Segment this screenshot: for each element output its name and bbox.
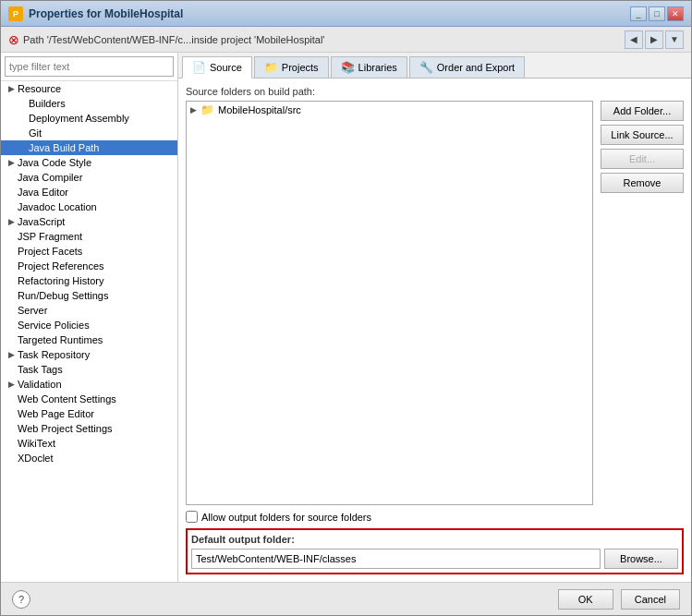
sidebar-item-label: Deployment Assembly — [29, 113, 129, 124]
section-label: Source folders on build path: — [186, 86, 684, 97]
sidebar-item-server[interactable]: Server — [1, 303, 177, 318]
sidebar-item-label: Web Page Editor — [18, 408, 94, 419]
sidebar-item-label: Task Tags — [18, 364, 63, 375]
tab-projects[interactable]: 📁Projects — [254, 56, 329, 78]
sidebar-item-run/debug-settings[interactable]: Run/Debug Settings — [1, 288, 177, 303]
sidebar-item-label: Project Facets — [18, 246, 82, 257]
title-bar-buttons: _ □ ✕ — [630, 6, 684, 21]
source-tree-panel: ▶ 📁 MobileHospital/src — [186, 101, 593, 505]
sidebar-item-java-editor[interactable]: Java Editor — [1, 185, 177, 199]
sidebar-item-deployment-assembly[interactable]: Deployment Assembly — [1, 111, 177, 126]
sidebar-item-project-references[interactable]: Project References — [1, 259, 177, 273]
sidebar-item-task-repository[interactable]: ▶Task Repository — [1, 347, 177, 362]
tab-libraries[interactable]: 📚Libraries — [331, 56, 407, 78]
sidebar-item-label: Git — [29, 127, 42, 139]
close-button[interactable]: ✕ — [667, 6, 684, 21]
sidebar-item-label: Java Build Path — [29, 142, 99, 153]
tab-source[interactable]: 📄Source — [182, 56, 252, 79]
sidebar-item-web-page-editor[interactable]: Web Page Editor — [1, 406, 177, 421]
sidebar-item-xdoclet[interactable]: XDoclet — [1, 451, 177, 465]
footer: ? OK Cancel — [1, 582, 691, 615]
help-button[interactable]: ? — [12, 590, 30, 609]
sidebar-item-project-facets[interactable]: Project Facets — [1, 244, 177, 259]
tab-label: Order and Export — [437, 62, 515, 73]
sidebar-item-label: WikiText — [18, 438, 55, 449]
tabs-bar: 📄Source📁Projects📚Libraries🔧Order and Exp… — [178, 53, 691, 79]
window-title: Properties for MobileHospital — [29, 7, 630, 20]
sidebar-item-web-project-settings[interactable]: Web Project Settings — [1, 421, 177, 436]
nav-buttons: ◀ ▶ ▼ — [625, 30, 684, 49]
sidebar-item-resource[interactable]: ▶Resource — [1, 81, 177, 96]
tree-arrow-icon: ▶ — [8, 217, 18, 226]
output-folder-input[interactable] — [191, 549, 601, 569]
sidebar-item-web-content-settings[interactable]: Web Content Settings — [1, 392, 177, 406]
sidebar-item-label: Task Repository — [18, 349, 90, 360]
filter-input[interactable] — [5, 56, 174, 77]
forward-button[interactable]: ▶ — [645, 30, 663, 49]
allow-output-checkbox[interactable] — [186, 511, 198, 523]
sidebar-item-task-tags[interactable]: Task Tags — [1, 362, 177, 377]
sidebar-item-label: Project References — [18, 260, 104, 272]
back-button[interactable]: ◀ — [625, 30, 643, 49]
error-icon: ⊗ — [8, 32, 19, 47]
tree-arrow-icon: ▶ — [8, 380, 18, 389]
output-folder-section: Default output folder: Browse... — [186, 528, 684, 574]
browse-button[interactable]: Browse... — [604, 549, 678, 569]
link-source-button[interactable]: Link Source... — [601, 125, 684, 145]
tab-label: Projects — [282, 62, 319, 73]
filter-box — [1, 53, 177, 81]
minimize-button[interactable]: _ — [630, 6, 647, 21]
sidebar-item-targeted-runtimes[interactable]: Targeted Runtimes — [1, 332, 177, 347]
sidebar-item-javadoc-location[interactable]: Javadoc Location — [1, 199, 177, 214]
folder-icon: 📁 — [200, 103, 214, 116]
tab-label: Source — [210, 62, 242, 73]
sidebar-item-label: Javadoc Location — [18, 201, 97, 212]
sidebar-item-label: Targeted Runtimes — [18, 334, 103, 345]
right-panel: 📄Source📁Projects📚Libraries🔧Order and Exp… — [178, 53, 691, 582]
edit-button[interactable]: Edit... — [601, 149, 684, 169]
tree-arrow-icon: ▶ — [8, 350, 18, 359]
tab-icon: 📄 — [192, 61, 206, 74]
path-text: Path '/Test/WebContent/WEB-INF/c...insid… — [23, 34, 621, 45]
sidebar-item-label: Web Content Settings — [18, 393, 116, 405]
sidebar-item-label: Builders — [29, 98, 66, 109]
dropdown-button[interactable]: ▼ — [665, 30, 684, 49]
bottom-section: Allow output folders for source folders … — [186, 511, 684, 574]
footer-left: ? — [12, 590, 551, 609]
allow-output-label: Allow output folders for source folders — [201, 512, 371, 523]
sidebar-item-label: Java Compiler — [18, 172, 82, 183]
source-folder-label: MobileHospital/src — [218, 104, 301, 115]
title-bar: P Properties for MobileHospital _ □ ✕ — [1, 1, 691, 27]
sidebar-item-git[interactable]: Git — [1, 126, 177, 140]
maximize-button[interactable]: □ — [649, 6, 665, 21]
sidebar-item-java-code-style[interactable]: ▶Java Code Style — [1, 155, 177, 170]
buttons-panel: Add Folder... Link Source... Edit... Rem… — [601, 101, 684, 505]
tree-arrow-icon: ▶ — [8, 84, 18, 93]
sidebar-item-java-compiler[interactable]: Java Compiler — [1, 170, 177, 185]
source-folders-area: ▶ 📁 MobileHospital/src Add Folder... Lin… — [186, 101, 684, 505]
add-folder-button[interactable]: Add Folder... — [601, 101, 684, 121]
sidebar-item-label: Resource — [18, 83, 61, 94]
cancel-button[interactable]: Cancel — [621, 589, 680, 610]
sidebar-item-wikitext[interactable]: WikiText — [1, 436, 177, 451]
sidebar-item-builders[interactable]: Builders — [1, 96, 177, 111]
main-window: P Properties for MobileHospital _ □ ✕ ⊗ … — [0, 0, 692, 616]
sidebar-item-jsp-fragment[interactable]: JSP Fragment — [1, 229, 177, 244]
tab-order-and-export[interactable]: 🔧Order and Export — [409, 56, 525, 78]
tab-icon: 📁 — [264, 61, 278, 74]
sidebar-item-java-build-path[interactable]: Java Build Path — [1, 140, 177, 155]
tab-label: Libraries — [358, 62, 397, 73]
output-folder-row: Browse... — [191, 549, 678, 569]
tab-icon: 📚 — [341, 61, 355, 74]
ok-button[interactable]: OK — [558, 589, 613, 610]
source-tree-entry: ▶ 📁 MobileHospital/src — [187, 102, 592, 118]
remove-button[interactable]: Remove — [601, 173, 684, 193]
sidebar-item-label: Java Editor — [18, 187, 68, 198]
sidebar-item-validation[interactable]: ▶Validation — [1, 377, 177, 392]
sidebar-item-refactoring-history[interactable]: Refactoring History — [1, 273, 177, 288]
sidebar-item-javascript[interactable]: ▶JavaScript — [1, 214, 177, 229]
sidebar-item-label: XDoclet — [18, 453, 54, 464]
output-folder-label: Default output folder: — [191, 534, 678, 545]
sidebar-item-service-policies[interactable]: Service Policies — [1, 318, 177, 332]
sidebar-item-label: Java Code Style — [18, 157, 91, 168]
